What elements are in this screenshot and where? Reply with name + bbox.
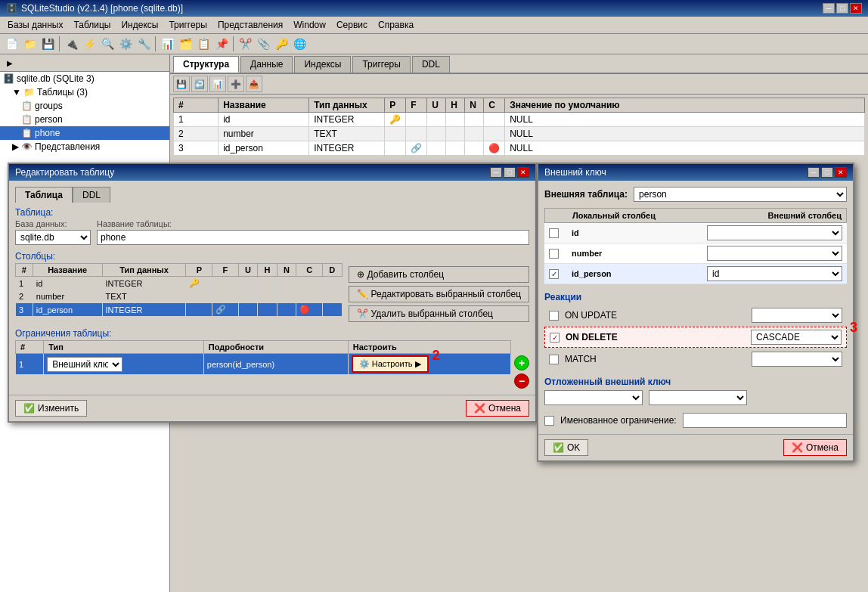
structure-row[interactable]: 3 id_person INTEGER 🔗 🔴 NULL <box>174 141 865 156</box>
tree-phone[interactable]: 📋 phone <box>0 126 169 140</box>
col-num: # <box>174 98 219 113</box>
row-h <box>446 127 465 141</box>
tree-views[interactable]: ▶ 👁️ Представления <box>0 140 169 153</box>
main-tab-bar: Структура Данные Индексы Триггеры DDL <box>170 54 868 74</box>
toolbar-btn6[interactable]: 📊 <box>159 36 175 52</box>
row-n <box>465 127 484 141</box>
tables-expand-icon: ▼ <box>12 87 21 98</box>
tab-structure[interactable]: Структура <box>173 56 239 73</box>
left-panel-header: ▶ <box>0 54 169 72</box>
col-u: U <box>427 98 446 113</box>
close-btn[interactable]: ✕ <box>850 3 862 14</box>
toolbar-btn11[interactable]: 📎 <box>255 36 271 52</box>
sub-btn-1[interactable]: 💾 <box>173 76 190 92</box>
row-num: 3 <box>174 141 219 156</box>
app-icon: 🗄️ <box>6 3 17 14</box>
row-name: id <box>219 113 309 127</box>
row-default: NULL <box>505 127 865 141</box>
toolbar-connect[interactable]: 🔌 <box>63 36 79 52</box>
row-c: 🔴 <box>484 141 505 156</box>
views-expand-icon: ▶ <box>12 141 19 152</box>
db-label: sqlite.db (SQLite 3) <box>17 73 95 84</box>
row-n <box>465 141 484 156</box>
row-num: 2 <box>174 127 219 141</box>
toolbar-btn3[interactable]: 🔍 <box>99 36 116 52</box>
col-name: Название <box>219 98 309 113</box>
row-p <box>385 127 406 141</box>
row-n <box>465 113 484 127</box>
structure-row[interactable]: 2 number TEXT NULL <box>174 127 865 141</box>
toolbar-btn10[interactable]: ✂️ <box>237 36 253 52</box>
menu-tables[interactable]: Таблицы <box>69 18 115 32</box>
row-c <box>484 127 505 141</box>
toolbar-save[interactable]: 💾 <box>39 36 56 52</box>
menu-databases[interactable]: Базы данных <box>3 18 67 32</box>
sub-btn-2[interactable]: ↩️ <box>191 76 208 92</box>
left-panel: ▶ 🗄️ sqlite.db (SQLite 3) ▼ 📁 Таблицы (3… <box>0 54 170 592</box>
table-icon-person: 📋 <box>21 114 33 125</box>
structure-table: # Название Тип данных P F U H N C Значен… <box>173 98 865 156</box>
title-bar-controls[interactable]: ─ □ ✕ <box>823 3 862 14</box>
tree-tables[interactable]: ▼ 📁 Таблицы (3) <box>0 85 169 99</box>
tree-person[interactable]: 📋 person <box>0 113 169 126</box>
menu-views[interactable]: Представления <box>213 18 287 32</box>
row-p: 🔑 <box>385 113 406 127</box>
app-title: SQLiteStudio (v2.1.4) [phone (sqlite.db)… <box>21 3 183 14</box>
tree-groups[interactable]: 📋 groups <box>0 99 169 113</box>
row-p <box>385 141 406 156</box>
structure-row[interactable]: 1 id INTEGER 🔑 NULL <box>174 113 865 127</box>
tables-label: Таблицы (3) <box>37 87 88 98</box>
tree-sqlite-db[interactable]: 🗄️ sqlite.db (SQLite 3) <box>0 72 169 85</box>
sub-btn-4[interactable]: ➕ <box>228 76 244 92</box>
views-icon: 👁️ <box>21 141 33 152</box>
maximize-btn[interactable]: □ <box>836 3 848 14</box>
tab-indexes[interactable]: Индексы <box>294 56 351 73</box>
col-type: Тип данных <box>309 98 385 113</box>
row-h <box>446 113 465 127</box>
toolbar-sep-1 <box>59 36 60 51</box>
sub-btn-5[interactable]: 📤 <box>246 76 262 92</box>
menu-window[interactable]: Window <box>289 18 330 32</box>
row-h <box>446 141 465 156</box>
right-panel: Структура Данные Индексы Триггеры DDL 💾 … <box>170 54 868 592</box>
table-label-person: person <box>35 114 63 125</box>
toolbar-disconnect[interactable]: ⚡ <box>81 36 98 52</box>
toolbar-btn5[interactable]: 🔧 <box>135 36 152 52</box>
row-f <box>406 113 427 127</box>
row-type: TEXT <box>309 127 385 141</box>
toolbar-btn4[interactable]: ⚙️ <box>117 36 134 52</box>
sub-toolbar: 💾 ↩️ 📊 ➕ 📤 <box>170 74 868 95</box>
toolbar-btn8[interactable]: 📋 <box>195 36 212 52</box>
sub-btn-3[interactable]: 📊 <box>209 76 226 92</box>
table-icon-groups: 📋 <box>21 101 33 111</box>
tab-ddl[interactable]: DDL <box>412 56 450 73</box>
toolbar-btn7[interactable]: 🗂️ <box>177 36 194 52</box>
row-u <box>427 141 446 156</box>
col-default: Значение по умолчанию <box>505 98 865 113</box>
left-panel-btn[interactable]: ▶ <box>3 56 17 70</box>
row-u <box>427 127 446 141</box>
minimize-btn[interactable]: ─ <box>823 3 835 14</box>
tab-data[interactable]: Данные <box>240 56 293 73</box>
views-label: Представления <box>35 141 100 152</box>
toolbar-btn9[interactable]: 📌 <box>213 36 230 52</box>
toolbar-btn12[interactable]: 🔑 <box>273 36 290 52</box>
menu-help[interactable]: Справка <box>374 18 418 32</box>
tables-icon: 📁 <box>23 87 35 98</box>
main-layout: ▶ 🗄️ sqlite.db (SQLite 3) ▼ 📁 Таблицы (3… <box>0 54 868 592</box>
toolbar-btn13[interactable]: 🌐 <box>291 36 308 52</box>
toolbar-sep-2 <box>155 36 156 51</box>
row-name: number <box>219 127 309 141</box>
menu-service[interactable]: Сервис <box>332 18 372 32</box>
tab-triggers[interactable]: Триггеры <box>352 56 411 73</box>
col-f: F <box>406 98 427 113</box>
toolbar-open[interactable]: 📁 <box>21 36 38 52</box>
toolbar-new[interactable]: 📄 <box>3 36 20 52</box>
toolbar-sep-3 <box>233 36 234 51</box>
col-h: H <box>446 98 465 113</box>
menu-indexes[interactable]: Индексы <box>116 18 163 32</box>
row-f <box>406 127 427 141</box>
menu-triggers[interactable]: Триггеры <box>164 18 212 32</box>
row-u <box>427 113 446 127</box>
db-icon: 🗄️ <box>3 73 14 84</box>
